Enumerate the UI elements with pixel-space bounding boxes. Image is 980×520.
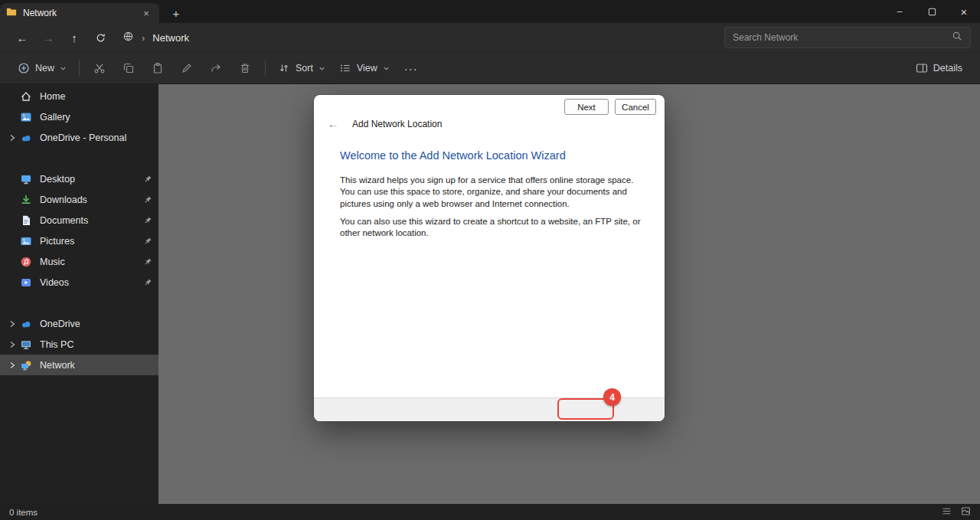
view-list-icon	[339, 62, 351, 74]
search-input[interactable]	[733, 32, 952, 43]
sort-button-label: Sort	[296, 63, 313, 74]
chevron-down-icon	[383, 65, 390, 72]
sidebar-item-gallery[interactable]: Gallery	[0, 106, 158, 127]
window-controls: – ×	[884, 0, 980, 23]
downloads-icon	[18, 194, 34, 206]
sort-icon	[278, 62, 290, 74]
sidebar-item-this-pc[interactable]: This PC	[0, 334, 158, 355]
items-count: 0 items	[9, 508, 38, 517]
sidebar-item-downloads[interactable]: Downloads	[0, 189, 158, 210]
sidebar-item-documents[interactable]: Documents	[0, 210, 158, 231]
delete-button[interactable]	[230, 56, 260, 80]
sort-button[interactable]: Sort	[271, 56, 332, 80]
sidebar-item-pictures[interactable]: Pictures	[0, 231, 158, 251]
share-button[interactable]	[201, 56, 230, 80]
network-icon	[18, 359, 34, 371]
tab-title: Network	[23, 8, 133, 18]
pin-icon	[142, 257, 154, 266]
pin-icon	[142, 175, 154, 183]
breadcrumb-network[interactable]: Network	[152, 32, 189, 44]
toolbar-divider	[265, 61, 266, 76]
chevron-right-icon[interactable]	[6, 361, 18, 369]
breadcrumb-chevron-icon: ›	[142, 32, 145, 44]
view-button-label: View	[357, 63, 377, 74]
copy-icon	[122, 62, 135, 74]
home-icon	[18, 90, 34, 103]
sidebar-item-videos[interactable]: Videos	[0, 272, 158, 293]
pin-icon	[142, 237, 154, 245]
paste-button[interactable]	[143, 56, 172, 80]
sidebar-item-onedrive-personal[interactable]: OneDrive - Personal	[0, 127, 158, 148]
rename-button[interactable]	[172, 56, 201, 80]
plus-circle-icon	[18, 62, 30, 74]
clipboard-icon	[152, 62, 164, 74]
music-icon	[18, 256, 34, 268]
dialog-back-icon[interactable]: ←	[323, 113, 343, 133]
command-toolbar: New Sort View	[0, 52, 980, 84]
share-icon	[210, 62, 222, 74]
minimize-button[interactable]: –	[884, 0, 916, 23]
details-pane-button[interactable]: Details	[909, 56, 969, 80]
sidebar-item-label: This PC	[40, 339, 154, 350]
sidebar-item-label: Pictures	[40, 236, 142, 247]
details-button-label: Details	[933, 63, 962, 74]
documents-icon	[18, 214, 34, 227]
maximize-button[interactable]	[916, 0, 948, 23]
file-explorer-window: Network × + – × ← → ↑ › Network	[0, 0, 980, 520]
cut-button[interactable]	[85, 56, 114, 80]
thumbnail-view-icon[interactable]	[961, 506, 971, 518]
new-tab-button[interactable]: +	[167, 5, 185, 21]
sidebar-item-network[interactable]: Network	[0, 355, 158, 375]
folder-icon	[6, 6, 17, 20]
wizard-paragraph: You can also use this wizard to create a…	[340, 216, 649, 240]
more-options-button[interactable]: ···	[397, 56, 426, 80]
sidebar-item-label: Home	[40, 91, 154, 102]
sidebar-item-label: Music	[40, 257, 142, 267]
sidebar-item-label: Downloads	[40, 195, 142, 205]
chevron-right-icon[interactable]	[6, 341, 18, 348]
toolbar-divider	[79, 61, 80, 76]
view-button[interactable]: View	[332, 56, 397, 80]
new-button-label: New	[35, 63, 54, 74]
wizard-heading: Welcome to the Add Network Location Wiza…	[340, 149, 566, 162]
wizard-paragraph: This wizard helps you sign up for a serv…	[340, 175, 649, 210]
up-icon[interactable]: ↑	[61, 26, 87, 49]
sidebar-item-label: OneDrive	[40, 319, 154, 329]
chevron-right-icon[interactable]	[6, 134, 18, 142]
next-button[interactable]: Next	[564, 99, 609, 115]
sidebar-item-label: Network	[40, 360, 154, 371]
navigation-bar: ← → ↑ › Network	[0, 23, 980, 52]
gallery-icon	[18, 111, 34, 123]
pin-icon	[142, 278, 154, 286]
chevron-right-icon[interactable]	[6, 320, 18, 328]
scissors-icon	[93, 62, 106, 74]
pin-icon	[142, 216, 154, 224]
close-button[interactable]: ×	[948, 0, 980, 23]
globe-icon	[122, 31, 134, 44]
onedrive-cloud-icon	[18, 132, 34, 144]
sidebar-item-music[interactable]: Music	[0, 251, 158, 272]
trash-icon	[239, 62, 251, 74]
sidebar-item-desktop[interactable]: Desktop	[0, 168, 158, 189]
onedrive-cloud-icon	[18, 318, 34, 330]
forward-icon[interactable]: →	[35, 26, 61, 49]
sidebar-item-label: Gallery	[40, 112, 154, 123]
search-icon	[952, 31, 962, 44]
copy-button[interactable]	[114, 56, 143, 80]
sidebar-item-label: Videos	[40, 277, 142, 288]
title-bar: Network × + – ×	[0, 0, 980, 23]
back-icon[interactable]: ←	[9, 26, 35, 49]
refresh-icon[interactable]	[87, 26, 113, 49]
sidebar-item-home[interactable]: Home	[0, 86, 158, 106]
explorer-tab-network[interactable]: Network ×	[0, 3, 159, 23]
sidebar-item-onedrive[interactable]: OneDrive	[0, 313, 158, 334]
navigation-pane: Home Gallery OneDrive - Personal Desk	[0, 84, 158, 504]
cancel-button[interactable]: Cancel	[615, 99, 656, 115]
add-network-location-dialog: ← Add Network Location × Welcome to the …	[314, 95, 665, 421]
pictures-icon	[18, 235, 34, 247]
details-view-icon[interactable]	[942, 506, 952, 518]
pin-icon	[142, 195, 154, 204]
tab-close-icon[interactable]: ×	[139, 6, 153, 20]
new-button[interactable]: New	[11, 56, 74, 80]
details-pane-icon	[916, 62, 928, 74]
